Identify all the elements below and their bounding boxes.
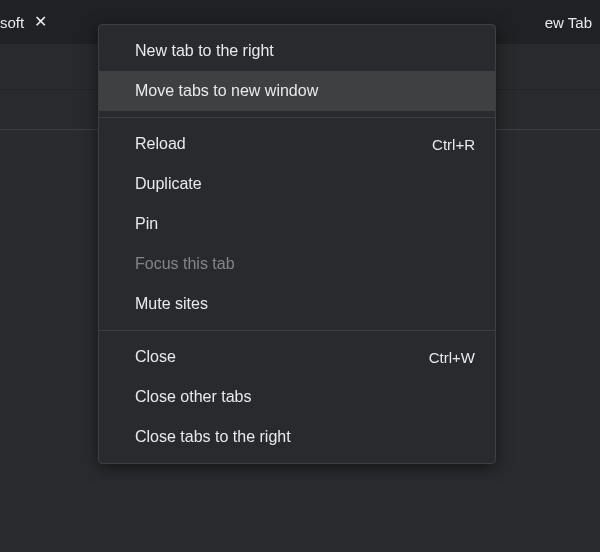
menu-item-label: Close xyxy=(135,348,176,366)
menu-new-tab-right[interactable]: New tab to the right xyxy=(99,31,495,71)
menu-close-tabs-right[interactable]: Close tabs to the right xyxy=(99,417,495,457)
tab-active-partial[interactable]: soft ✕ xyxy=(0,0,55,44)
menu-item-shortcut: Ctrl+R xyxy=(432,136,475,153)
menu-item-label: New tab to the right xyxy=(135,42,274,60)
menu-item-label: Focus this tab xyxy=(135,255,235,273)
tab-title-fragment-right: ew Tab xyxy=(545,14,592,31)
menu-item-shortcut: Ctrl+W xyxy=(429,349,475,366)
menu-separator xyxy=(99,330,495,331)
menu-pin[interactable]: Pin xyxy=(99,204,495,244)
menu-duplicate[interactable]: Duplicate xyxy=(99,164,495,204)
close-icon[interactable]: ✕ xyxy=(34,14,47,30)
tab-context-menu: New tab to the rightMove tabs to new win… xyxy=(98,24,496,464)
menu-item-label: Pin xyxy=(135,215,158,233)
menu-item-label: Reload xyxy=(135,135,186,153)
tab-title-fragment-left: soft xyxy=(0,14,24,31)
tab-other-partial[interactable]: ew Tab xyxy=(545,0,600,44)
menu-item-label: Mute sites xyxy=(135,295,208,313)
menu-item-label: Close tabs to the right xyxy=(135,428,291,446)
menu-separator xyxy=(99,117,495,118)
menu-item-label: Move tabs to new window xyxy=(135,82,318,100)
menu-focus-this-tab: Focus this tab xyxy=(99,244,495,284)
menu-close-other-tabs[interactable]: Close other tabs xyxy=(99,377,495,417)
menu-item-label: Close other tabs xyxy=(135,388,252,406)
menu-mute-sites[interactable]: Mute sites xyxy=(99,284,495,324)
menu-close[interactable]: CloseCtrl+W xyxy=(99,337,495,377)
menu-move-tabs-new-window[interactable]: Move tabs to new window xyxy=(99,71,495,111)
menu-item-label: Duplicate xyxy=(135,175,202,193)
menu-reload[interactable]: ReloadCtrl+R xyxy=(99,124,495,164)
